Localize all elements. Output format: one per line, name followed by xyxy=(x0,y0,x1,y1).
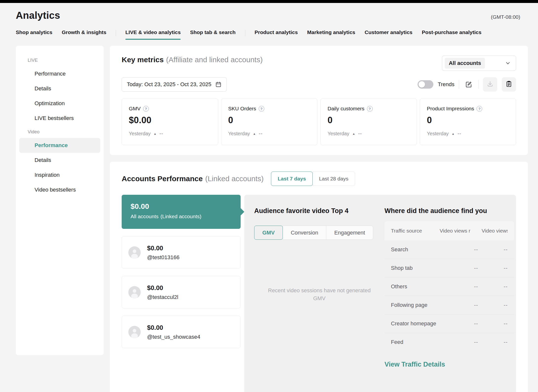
table-row: Search -- -- xyxy=(384,240,514,259)
help-icon[interactable] xyxy=(143,106,149,112)
trends-toggle[interactable] xyxy=(418,80,433,89)
toggle-knob xyxy=(419,81,425,88)
traffic-value-cell: -- xyxy=(436,320,478,327)
traffic-value-cell: -- xyxy=(436,339,478,345)
sidebar-item-live-details[interactable]: Details xyxy=(19,81,100,96)
tab-shop-tab-search[interactable]: Shop tab & search xyxy=(190,29,235,37)
triangle-up-icon xyxy=(352,132,355,136)
delta-value: -- xyxy=(159,131,163,137)
account-selector[interactable]: All accounts xyxy=(442,56,516,71)
all-accounts-summary-card[interactable]: $0.00 All accounts(Linked accounts) xyxy=(122,195,241,229)
traffic-source-section: Where did the audience find you Traffic … xyxy=(384,195,516,392)
sidebar-section-live: LIVE xyxy=(19,54,100,66)
sidebar-item-video-performance[interactable]: Performance xyxy=(19,138,100,153)
traffic-table: Traffic source Video views r Video views… xyxy=(384,221,514,351)
traffic-value-cell: -- xyxy=(436,283,478,290)
metric-value: $0.00 xyxy=(129,115,211,125)
fav-tab-engagement[interactable]: Engagement xyxy=(326,226,373,240)
traffic-section-title: Where did the audience find you xyxy=(384,207,514,215)
accounts-performance-subtitle: (Linked accounts) xyxy=(205,175,264,183)
avatar-icon xyxy=(128,326,141,338)
tab-marketing-analytics[interactable]: Marketing analytics xyxy=(307,29,355,37)
key-metrics-card: Key metrics(Affiliate and linked account… xyxy=(110,46,528,155)
delta-value: -- xyxy=(259,131,263,137)
column-traffic-source: Traffic source xyxy=(391,228,436,234)
accounts-list: $0.00 All accounts(Linked accounts) $0.0… xyxy=(122,195,241,392)
traffic-source-cell: Others xyxy=(391,283,436,290)
summary-label: All accounts xyxy=(131,214,158,219)
account-selector-value: All accounts xyxy=(445,58,485,69)
account-gmv-value: $0.00 xyxy=(147,244,179,252)
top-black-bar xyxy=(0,0,538,3)
range-last-28-days[interactable]: Last 28 days xyxy=(312,172,355,186)
empty-state-text: Recent video sessions have not generated… xyxy=(263,287,376,302)
help-icon[interactable] xyxy=(477,106,482,112)
sidebar-item-video-inspiration[interactable]: Inspiration xyxy=(19,168,100,182)
range-last-7-days[interactable]: Last 7 days xyxy=(271,172,312,186)
nav-divider xyxy=(116,30,116,36)
chevron-down-icon xyxy=(505,60,511,66)
view-traffic-details-link[interactable]: View Traffic Details xyxy=(384,361,445,368)
account-row[interactable]: $0.00 @test_us_showcase4 xyxy=(122,316,241,348)
sidebar-item-live-optimization[interactable]: Optimization xyxy=(19,96,100,111)
tab-live-video-analytics[interactable]: LIVE & video analytics xyxy=(125,29,181,37)
help-icon[interactable] xyxy=(367,106,373,112)
report-button[interactable] xyxy=(502,77,516,92)
help-icon[interactable] xyxy=(259,106,264,112)
compare-label: Yesterday xyxy=(129,131,151,137)
clipboard-icon xyxy=(505,80,512,88)
account-row[interactable]: $0.00 @testaccul2l xyxy=(122,276,241,308)
traffic-value-cell: -- xyxy=(478,320,508,327)
sidebar-item-video-details[interactable]: Details xyxy=(19,153,100,168)
date-range-picker[interactable]: Today: Oct 23, 2025 - Oct 23, 2025 xyxy=(122,77,227,92)
metric-card-daily-customers: Daily customers 0 Yesterday-- xyxy=(320,98,417,145)
key-metrics-subtitle: (Affiliate and linked accounts) xyxy=(166,56,263,64)
audience-favorite-title: Audience favorite video Top 4 xyxy=(254,207,384,215)
fav-tab-conversion[interactable]: Conversion xyxy=(283,226,326,240)
column-video-views-2: Video views.. xyxy=(478,228,508,234)
column-video-views-1: Video views r xyxy=(436,228,478,234)
delta-value: -- xyxy=(358,131,362,137)
date-range-toggle-group: Last 7 days Last 28 days xyxy=(271,172,355,186)
sidebar-item-video-bestsellers[interactable]: Video bestsellers xyxy=(19,182,100,197)
edit-icon[interactable] xyxy=(463,79,474,90)
traffic-value-cell: -- xyxy=(478,246,508,253)
account-handle: @test013166 xyxy=(147,254,179,261)
tab-product-analytics[interactable]: Product analytics xyxy=(255,29,298,37)
tab-growth-insights[interactable]: Growth & insights xyxy=(62,29,106,37)
table-row: Shop tab -- -- xyxy=(384,259,514,277)
metric-card-sku-orders: SKU Orders 0 Yesterday-- xyxy=(221,98,318,145)
sidebar-item-live-bestsellers[interactable]: LIVE bestsellers xyxy=(19,111,100,126)
analytics-nav-tabs: Shop analytics Growth & insights LIVE & … xyxy=(16,29,522,37)
account-row[interactable]: $0.00 @test013166 xyxy=(122,236,241,269)
metric-card-product-impressions: Product Impressions 0 Yesterday-- xyxy=(420,98,516,145)
key-metrics-title-row: Key metrics(Affiliate and linked account… xyxy=(122,56,263,64)
favorite-metric-tabs: GMV Conversion Engagement xyxy=(254,226,384,240)
summary-gmv-value: $0.00 xyxy=(131,202,232,211)
avatar-icon xyxy=(128,246,141,259)
fav-tab-gmv[interactable]: GMV xyxy=(254,226,283,240)
traffic-value-cell: -- xyxy=(478,283,508,290)
page-header: Analytics (GMT-08:00) xyxy=(0,3,538,21)
download-icon xyxy=(487,80,494,88)
tab-shop-analytics[interactable]: Shop analytics xyxy=(16,29,52,37)
traffic-source-cell: Following page xyxy=(391,302,436,308)
traffic-value-cell: -- xyxy=(478,265,508,271)
metric-card-gmv: GMV $0.00 Yesterday-- xyxy=(122,98,218,145)
sidebar-item-live-performance[interactable]: Performance xyxy=(19,66,100,81)
tab-post-purchase-analytics[interactable]: Post-purchase analytics xyxy=(422,29,481,37)
metric-label: Daily customers xyxy=(327,106,364,112)
tab-customer-analytics[interactable]: Customer analytics xyxy=(365,29,413,37)
triangle-up-icon xyxy=(452,132,455,136)
traffic-source-cell: Creator homepage xyxy=(391,320,436,327)
controls-divider xyxy=(459,80,459,89)
triangle-up-icon xyxy=(253,132,256,136)
table-row: Following page -- -- xyxy=(384,296,514,314)
accounts-performance-title-row: Accounts Performance(Linked accounts) xyxy=(122,175,264,183)
summary-sublabel: (Linked accounts) xyxy=(160,214,201,219)
traffic-value-cell: -- xyxy=(478,302,508,308)
metric-value: 0 xyxy=(427,115,509,125)
download-button[interactable] xyxy=(483,77,497,92)
traffic-value-cell: -- xyxy=(436,302,478,308)
table-row: Creator homepage -- -- xyxy=(384,314,514,333)
